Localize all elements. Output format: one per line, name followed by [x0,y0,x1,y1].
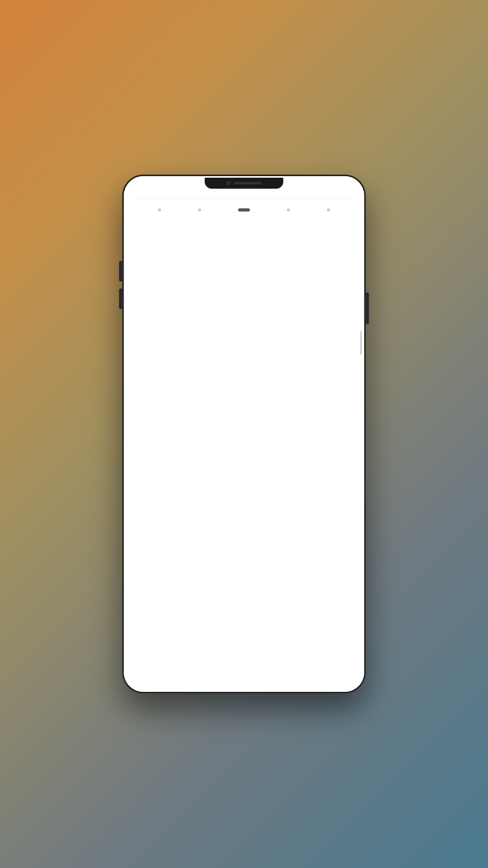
power-button [366,292,369,324]
nav-dot-2 [198,208,201,211]
camera [227,181,231,185]
nav-dot-4 [287,208,290,211]
phone-frame [122,175,366,693]
notch [205,178,283,189]
vol-down-button [119,289,122,309]
nav-dot-3 [238,208,250,211]
vol-up-button [119,261,122,281]
screen-content[interactable] [124,176,364,692]
speaker [234,182,261,184]
scrollbar [360,331,362,355]
phone-screen [124,176,364,692]
bottom-nav [132,200,356,219]
volume-buttons [119,261,122,309]
nav-dot-5 [327,208,330,211]
nav-dot-1 [158,208,161,211]
